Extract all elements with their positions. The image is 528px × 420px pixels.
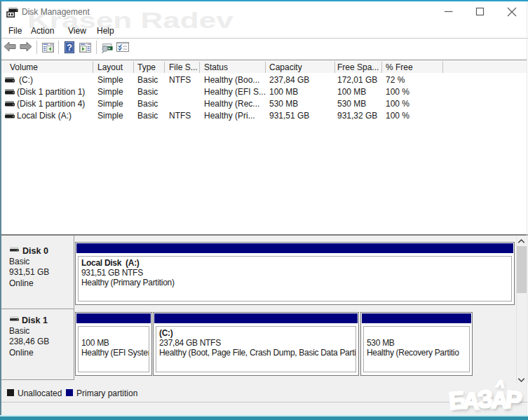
svg-text:?: ? xyxy=(67,43,72,53)
